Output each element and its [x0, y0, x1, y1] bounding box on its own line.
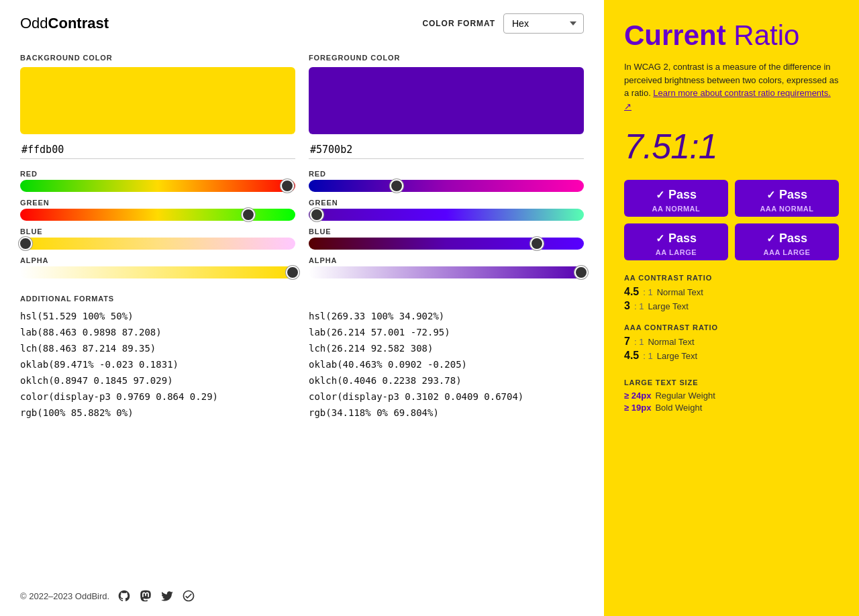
pass-aa-large[interactable]: ✓Pass AA LARGE	[624, 223, 728, 260]
aaa-normal-label: AAA NORMAL	[760, 205, 813, 213]
logo-contrast: Contrast	[48, 15, 109, 32]
ratio-description: In WCAG 2, contrast is a measure of the …	[624, 60, 839, 113]
large-text-19-row: ≥ 19px Bold Weight	[624, 403, 839, 413]
bg-green-track[interactable]	[20, 209, 295, 221]
fg-format-rgb: rgb(34.118% 0% 69.804%)	[309, 407, 584, 418]
large-text-label: LARGE TEXT SIZE	[624, 378, 839, 387]
fg-green-label: GREEN	[309, 199, 584, 207]
color-format-label: COLOR FORMAT	[422, 19, 495, 28]
aa-contrast-section: AA CONTRAST RATIO 4.5 : 1 Normal Text 3 …	[624, 274, 839, 314]
bg-format-rgb: rgb(100% 85.882% 0%)	[20, 407, 295, 418]
bg-blue-track[interactable]	[20, 238, 295, 250]
fg-green-row: GREEN	[309, 199, 584, 221]
fg-alpha-label: ALPHA	[309, 256, 584, 264]
mastodon-icon[interactable]	[139, 589, 152, 603]
current-bold: Current	[624, 19, 726, 51]
ratio-number: 7.51:1	[624, 126, 839, 166]
fg-format-displayp3: color(display-p3 0.3102 0.0409 0.6704)	[309, 391, 584, 402]
fg-alpha-row: ALPHA	[309, 256, 584, 278]
aaa-large-row: 4.5 : 1 Large Text	[624, 350, 839, 362]
bg-green-label: GREEN	[20, 199, 295, 207]
logo-odd: Odd	[20, 15, 48, 32]
fg-green-track[interactable]	[309, 209, 584, 221]
learn-more-link[interactable]: Learn more about contrast ratio requirem…	[624, 88, 831, 111]
bg-blue-row: BLUE	[20, 227, 295, 250]
github-icon[interactable]	[117, 589, 131, 603]
background-color-swatch[interactable]	[20, 67, 295, 134]
pass-aaa-large[interactable]: ✓Pass AAA LARGE	[735, 223, 839, 260]
footer: © 2022–2023 OddBird.	[20, 576, 584, 603]
bg-format-oklch: oklch(0.8947 0.1845 97.029)	[20, 375, 295, 386]
social-icon[interactable]	[182, 589, 195, 603]
bg-formats-col: hsl(51.529 100% 50%) lab(88.463 0.9898 8…	[20, 311, 295, 418]
sidebar: Current Ratio In WCAG 2, contrast is a m…	[604, 0, 859, 616]
fg-blue-track[interactable]	[309, 238, 584, 250]
ratio-regular: Ratio	[726, 19, 800, 51]
large-text-section: LARGE TEXT SIZE ≥ 24px Regular Weight ≥ …	[624, 378, 839, 415]
pass-aa-normal[interactable]: ✓Pass AA NORMAL	[624, 180, 728, 217]
foreground-color-input[interactable]	[309, 141, 584, 159]
sliders-wrapper: RED GREEN BLUE ALPHA	[20, 170, 584, 278]
pass-aaa-normal[interactable]: ✓Pass AAA NORMAL	[735, 180, 839, 217]
bg-green-thumb	[242, 208, 255, 221]
fg-blue-row: BLUE	[309, 227, 584, 250]
fg-format-oklab: oklab(40.463% 0.0902 -0.205)	[309, 359, 584, 370]
fg-format-oklch: oklch(0.4046 0.2238 293.78)	[309, 375, 584, 386]
fg-red-label: RED	[309, 170, 584, 178]
aa-normal-label: AA NORMAL	[652, 205, 701, 213]
foreground-sliders: RED GREEN BLUE ALPHA	[309, 170, 584, 278]
background-sliders: RED GREEN BLUE ALPHA	[20, 170, 295, 278]
footer-copyright: © 2022–2023 OddBird.	[20, 591, 109, 601]
pass-buttons-grid: ✓Pass AA NORMAL ✓Pass AAA NORMAL ✓Pass A…	[624, 180, 839, 260]
fg-alpha-track[interactable]	[309, 266, 584, 278]
large-text-24-row: ≥ 24px Regular Weight	[624, 391, 839, 401]
fg-blue-label: BLUE	[309, 227, 584, 236]
aaa-contrast-label: AAA CONTRAST RATIO	[624, 323, 839, 331]
aa-large-row: 3 : 1 Large Text	[624, 300, 839, 312]
fg-formats-col: hsl(269.33 100% 34.902%) lab(26.214 57.0…	[309, 311, 584, 418]
background-color-panel: BACKGROUND COLOR	[20, 54, 295, 159]
color-format-select[interactable]: Hex RGB HSL HSB	[503, 13, 584, 34]
background-color-input[interactable]	[20, 141, 295, 159]
bg-format-lab: lab(88.463 0.9898 87.208)	[20, 327, 295, 338]
bg-alpha-row: ALPHA	[20, 256, 295, 278]
color-panels: BACKGROUND COLOR FOREGROUND COLOR	[20, 54, 584, 159]
aa-large-label: AA LARGE	[656, 248, 697, 256]
foreground-color-label: FOREGROUND COLOR	[309, 54, 584, 62]
formats-grid: hsl(51.529 100% 50%) lab(88.463 0.9898 8…	[20, 311, 584, 418]
additional-formats-section: ADDITIONAL FORMATS hsl(51.529 100% 50%) …	[20, 295, 584, 418]
bg-red-label: RED	[20, 170, 295, 178]
color-format-wrapper: COLOR FORMAT Hex RGB HSL HSB	[422, 13, 584, 34]
fg-format-hsl: hsl(269.33 100% 34.902%)	[309, 311, 584, 321]
fg-format-lab: lab(26.214 57.001 -72.95)	[309, 327, 584, 338]
fg-blue-thumb	[530, 237, 544, 250]
foreground-color-swatch[interactable]	[309, 67, 584, 134]
bg-alpha-track[interactable]	[20, 266, 295, 278]
background-color-label: BACKGROUND COLOR	[20, 54, 295, 62]
bg-red-track[interactable]	[20, 180, 295, 192]
additional-formats-label: ADDITIONAL FORMATS	[20, 295, 584, 303]
aa-normal-row: 4.5 : 1 Normal Text	[624, 286, 839, 298]
bg-alpha-label: ALPHA	[20, 256, 295, 264]
bg-green-row: GREEN	[20, 199, 295, 221]
twitter-icon[interactable]	[160, 589, 174, 603]
fg-red-thumb	[390, 179, 403, 193]
bg-red-row: RED	[20, 170, 295, 192]
bg-format-hsl: hsl(51.529 100% 50%)	[20, 311, 295, 321]
bg-format-lch: lch(88.463 87.214 89.35)	[20, 343, 295, 354]
bg-format-displayp3: color(display-p3 0.9769 0.864 0.29)	[20, 391, 295, 402]
current-ratio-title: Current Ratio	[624, 20, 839, 51]
aaa-large-label: AAA LARGE	[764, 248, 811, 256]
fg-green-thumb	[310, 208, 323, 221]
bg-red-thumb	[281, 179, 294, 193]
foreground-color-panel: FOREGROUND COLOR	[309, 54, 584, 159]
aaa-contrast-section: AAA CONTRAST RATIO 7 : 1 Normal Text 4.5…	[624, 323, 839, 364]
fg-alpha-thumb	[574, 266, 588, 279]
header: OddContrast COLOR FORMAT Hex RGB HSL HSB	[20, 13, 584, 34]
logo: OddContrast	[20, 15, 109, 32]
bg-blue-label: BLUE	[20, 227, 295, 236]
aa-contrast-label: AA CONTRAST RATIO	[624, 274, 839, 282]
bg-blue-thumb	[19, 237, 32, 250]
fg-red-track[interactable]	[309, 180, 584, 192]
bg-alpha-thumb	[286, 266, 299, 279]
